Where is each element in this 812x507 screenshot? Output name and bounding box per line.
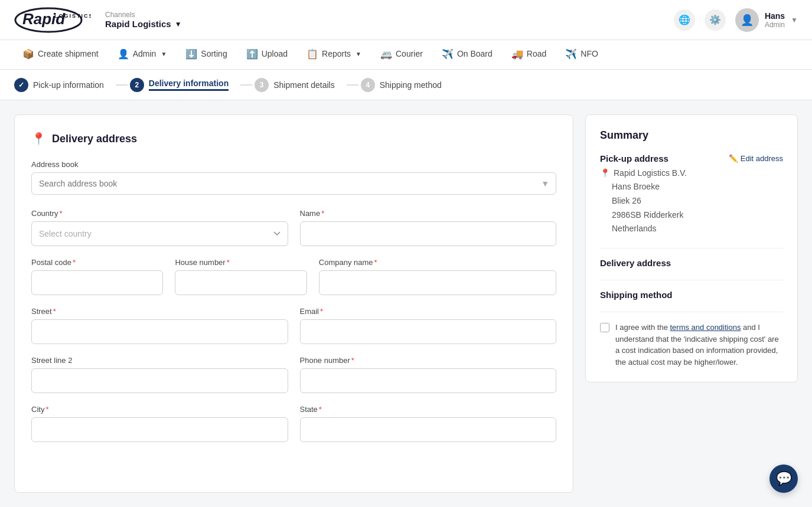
sorting-icon: ⬇️ (185, 48, 197, 60)
address-book-label: Address book (31, 160, 556, 169)
nfo-icon: ✈️ (565, 48, 577, 60)
house-required: * (227, 258, 230, 267)
company-name-group: Company name* (319, 258, 556, 295)
divider-2 (600, 280, 783, 280)
step-pickup-label: Pick-up information (33, 80, 104, 90)
name-required: * (321, 209, 324, 218)
company-name-input[interactable] (319, 270, 556, 295)
email-label: Email* (300, 307, 557, 316)
step-shipping-label: Shipping method (380, 80, 442, 90)
nav-road[interactable]: 🚚 Road (503, 40, 555, 70)
steps-bar: ✓ Pick-up information 2 Delivery informa… (0, 70, 812, 100)
avatar: 👤 (735, 8, 759, 32)
step-shipping[interactable]: 4 Shipping method (361, 78, 451, 92)
country-name-row: Country* Select country Name* (31, 209, 556, 246)
email-required: * (320, 307, 323, 316)
city-required: * (45, 405, 48, 414)
city-input[interactable] (31, 417, 288, 442)
company-required: * (374, 258, 377, 267)
state-required: * (319, 405, 322, 414)
country-label: Country* (31, 209, 288, 218)
nav-sorting[interactable]: ⬇️ Sorting (177, 40, 235, 70)
step-shipment-label: Shipment details (273, 80, 335, 90)
main-content: 📍 Delivery address Address book ▼ Countr… (0, 100, 812, 507)
step-pickup[interactable]: ✓ Pick-up information (14, 78, 113, 92)
edit-label-text: Edit address (741, 154, 783, 163)
user-role: Admin (765, 21, 785, 29)
courier-icon: 🚐 (380, 48, 392, 60)
user-info[interactable]: 👤 Hans Admin ▼ (735, 8, 798, 32)
location-pin-icon: 📍 (600, 168, 610, 178)
postal-house-company-row: Postal code* House number* Company name* (31, 258, 556, 295)
house-number-input[interactable] (175, 270, 306, 295)
chat-button[interactable]: 💬 (769, 465, 798, 493)
name-field-group: Name* (300, 209, 557, 246)
pickup-company: 📍 Rapid Logistics B.V. (600, 168, 783, 178)
nav-onboard[interactable]: ✈️ On Board (433, 40, 501, 70)
shipping-section-title: Shipping method (600, 290, 783, 300)
nav-nfo[interactable]: ✈️ NFO (557, 40, 606, 70)
nav-reports[interactable]: 📋 Reports ▼ (298, 40, 370, 70)
nav-nfo-label: NFO (581, 49, 598, 58)
country-select[interactable]: Select country (31, 221, 288, 246)
address-book-wrapper: ▼ (31, 172, 556, 195)
pickup-section-title: Pick-up address (600, 153, 668, 163)
address-book-section: Address book ▼ (31, 160, 556, 195)
channel-selector[interactable]: Channels Rapid Logistics ▼ (105, 11, 182, 29)
step-shipment[interactable]: 3 Shipment details (255, 78, 344, 92)
pickup-postal-city: 2986SB Ridderkerk (612, 208, 783, 223)
step-divider-2 (240, 84, 252, 86)
reports-chevron-icon: ▼ (356, 51, 361, 57)
street-input[interactable] (31, 319, 288, 344)
postal-code-label: Postal code* (31, 258, 163, 267)
nav-admin-label: Admin (133, 49, 156, 58)
nav-courier-label: Courier (396, 49, 423, 58)
main-nav: 📦 Create shipment 👤 Admin ▼ ⬇️ Sorting ⬆… (0, 40, 812, 70)
user-details: Hans Admin (765, 11, 785, 29)
pickup-details: Hans Broeke Bliek 26 2986SB Ridderkerk N… (600, 180, 783, 236)
nav-onboard-label: On Board (457, 49, 493, 58)
pickup-section-header: Pick-up address ✏️ Edit address (600, 153, 783, 163)
step-delivery-label: Delivery information (149, 78, 229, 91)
pickup-section: Pick-up address ✏️ Edit address 📍 Rapid … (600, 153, 783, 236)
nav-admin[interactable]: 👤 Admin ▼ (109, 40, 175, 70)
nav-upload[interactable]: ⬆️ Upload (238, 40, 296, 70)
state-label: State* (300, 405, 557, 414)
phone-required: * (351, 356, 354, 365)
address-book-input[interactable] (31, 172, 556, 195)
street-group: Street* (31, 307, 288, 344)
terms-checkbox[interactable] (600, 323, 609, 332)
logo-svg: Rapid LOGISTICS (14, 5, 91, 35)
gear-icon[interactable]: ⚙️ (705, 9, 726, 31)
pickup-country: Netherlands (612, 222, 783, 236)
terms-conditions-link[interactable]: terms and conditions (670, 323, 741, 332)
divider-3 (600, 312, 783, 312)
nav-courier[interactable]: 🚐 Courier (372, 40, 431, 70)
phone-number-input[interactable] (300, 368, 557, 393)
email-group: Email* (300, 307, 557, 344)
step-divider-3 (347, 84, 358, 86)
globe-icon[interactable]: 🌐 (674, 9, 695, 31)
nav-create-shipment[interactable]: 📦 Create shipment (14, 40, 107, 70)
shipping-section: Shipping method (600, 290, 783, 300)
tc-text-before: I agree with the (615, 323, 670, 332)
country-select-wrapper: Select country (31, 221, 288, 246)
step-delivery-num: 2 (130, 78, 144, 92)
user-name: Hans (765, 11, 785, 21)
location-icon: 📍 (31, 132, 46, 146)
channel-name: Rapid Logistics ▼ (105, 19, 182, 29)
postal-code-input[interactable] (31, 270, 163, 295)
user-chevron-icon: ▼ (791, 16, 798, 24)
pickup-contact: Hans Broeke (612, 180, 783, 194)
street-line2-input[interactable] (31, 368, 288, 393)
postal-code-group: Postal code* (31, 258, 163, 295)
step-delivery[interactable]: 2 Delivery information (130, 78, 238, 92)
chat-icon: 💬 (776, 471, 792, 486)
nav-create-shipment-label: Create shipment (38, 49, 99, 58)
email-input[interactable] (300, 319, 557, 344)
name-input[interactable] (300, 221, 557, 246)
city-group: City* (31, 405, 288, 442)
channel-name-text: Rapid Logistics (105, 19, 171, 29)
state-input[interactable] (300, 417, 557, 442)
edit-address-link[interactable]: ✏️ Edit address (729, 154, 783, 163)
